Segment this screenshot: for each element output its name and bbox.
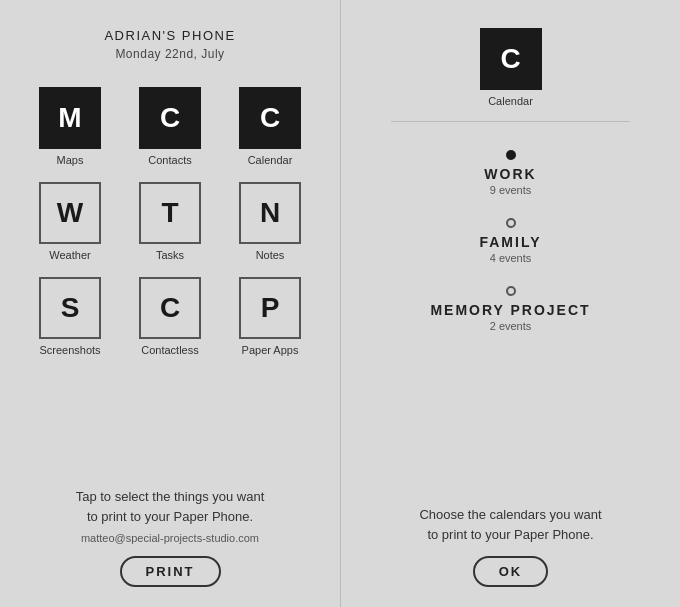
entry-dot (506, 150, 516, 160)
calendar-icon-large: C (480, 28, 542, 90)
app-item-paper-apps[interactable]: PPaper Apps (230, 277, 310, 356)
app-icon-w: W (39, 182, 101, 244)
right-panel: C Calendar WORK9 eventsFAMILY4 eventsMEM… (340, 0, 680, 607)
app-label: Notes (256, 249, 285, 261)
entry-count: 2 events (490, 320, 532, 332)
left-email: matteo@special-projects-studio.com (76, 532, 265, 544)
calendar-entry-family[interactable]: FAMILY4 events (361, 210, 660, 272)
print-button[interactable]: PRINT (120, 556, 221, 587)
left-panel: ADRIAN'S PHONE Monday 22nd, July MMapsCC… (0, 0, 340, 607)
entry-name: FAMILY (479, 234, 541, 250)
calendar-label: Calendar (488, 95, 533, 107)
app-label: Contacts (148, 154, 191, 166)
app-icon-n: N (239, 182, 301, 244)
app-label: Tasks (156, 249, 184, 261)
left-bottom-text: Tap to select the things you wantto prin… (76, 487, 265, 526)
calendar-entries: WORK9 eventsFAMILY4 eventsMEMORY PROJECT… (361, 107, 660, 340)
app-icon-p: P (239, 277, 301, 339)
right-calendar-icon-container: C Calendar (480, 28, 542, 107)
phone-date: Monday 22nd, July (115, 47, 224, 61)
app-item-maps[interactable]: MMaps (30, 87, 110, 166)
app-icon-s: S (39, 277, 101, 339)
entry-name: MEMORY PROJECT (430, 302, 590, 318)
right-bottom-text: Choose the calendars you wantto print to… (419, 505, 601, 544)
app-icon-t: T (139, 182, 201, 244)
app-item-tasks[interactable]: TTasks (130, 182, 210, 261)
apps-grid: MMapsCContactsCCalendarWWeatherTTasksNNo… (30, 87, 310, 356)
calendar-entry-memory-project[interactable]: MEMORY PROJECT2 events (361, 278, 660, 340)
app-label: Calendar (248, 154, 293, 166)
app-icon-c: C (139, 277, 201, 339)
right-bottom: Choose the calendars you wantto print to… (419, 505, 601, 587)
entry-dot (506, 218, 516, 228)
entry-count: 9 events (490, 184, 532, 196)
app-item-calendar[interactable]: CCalendar (230, 87, 310, 166)
entry-dot (506, 286, 516, 296)
calendar-entry-work[interactable]: WORK9 events (361, 142, 660, 204)
app-label: Weather (49, 249, 90, 261)
app-label: Maps (57, 154, 84, 166)
left-bottom: Tap to select the things you wantto prin… (76, 487, 265, 587)
entry-name: WORK (484, 166, 536, 182)
ok-button[interactable]: OK (473, 556, 549, 587)
app-item-screenshots[interactable]: SScreenshots (30, 277, 110, 356)
app-icon-m: M (39, 87, 101, 149)
app-icon-c: C (239, 87, 301, 149)
phone-title: ADRIAN'S PHONE (104, 28, 235, 43)
app-item-contactless[interactable]: CContactless (130, 277, 210, 356)
app-item-contacts[interactable]: CContacts (130, 87, 210, 166)
app-label: Contactless (141, 344, 198, 356)
entry-count: 4 events (490, 252, 532, 264)
app-label: Screenshots (39, 344, 100, 356)
app-item-notes[interactable]: NNotes (230, 182, 310, 261)
app-label: Paper Apps (242, 344, 299, 356)
app-item-weather[interactable]: WWeather (30, 182, 110, 261)
app-icon-c: C (139, 87, 201, 149)
